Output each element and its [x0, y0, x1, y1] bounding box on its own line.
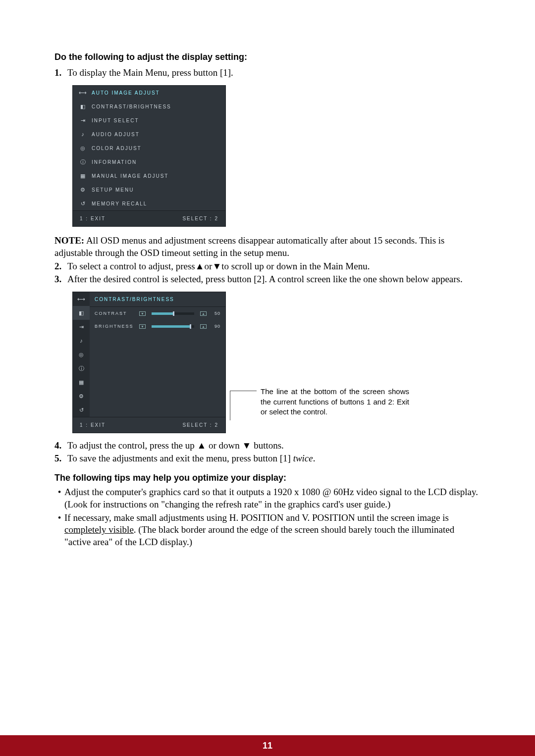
contrast-icon: ◧	[79, 103, 87, 109]
text-underline: completely visible	[64, 524, 134, 535]
section-heading: Do the following to adjust the display s…	[54, 52, 481, 62]
contrast-label: CONTRAST	[95, 311, 135, 316]
osd-contrast-menu: ⟷ ◧ ⇥ ♪ ◎ ⓘ ▦ ⚙ ↺ CONTRAST/BRIGHTNESS CO…	[72, 292, 226, 433]
note-label: NOTE:	[54, 235, 84, 246]
auto-adjust-icon: ⟷	[73, 292, 90, 306]
step-4-num: 4.	[54, 440, 67, 451]
osd-main-menu: ⟷ AUTO IMAGE ADJUST ◧ CONTRAST/BRIGHTNES…	[72, 85, 226, 227]
step-1: 1. To display the Main Menu, press butto…	[54, 67, 481, 78]
step-3: 3. After the desired control is selected…	[54, 274, 481, 285]
osd-item: ⚙ SETUP MENU	[73, 183, 225, 197]
osd-footer: 1 : EXIT SELECT : 2	[73, 417, 225, 433]
step-5-text: To save the adjustments and exit the men…	[67, 453, 481, 464]
auto-adjust-icon: ⟷	[79, 90, 87, 96]
color-icon: ◎	[79, 145, 87, 151]
text-frag: or	[205, 261, 213, 271]
osd-item-label: CONTRAST/BRIGHTNESS	[92, 104, 171, 109]
down-arrow-icon: ▼	[242, 440, 252, 451]
step-3-num: 3.	[54, 274, 67, 285]
page-footer: 11	[0, 735, 535, 756]
brightness-slider	[152, 325, 194, 328]
step-1-text: To display the Main Menu, press button […	[67, 67, 481, 78]
tip-text: If necessary, make small adjustments usi…	[64, 512, 481, 549]
bullet-icon: •	[54, 486, 64, 510]
manual-adjust-icon: ▦	[73, 375, 90, 389]
osd-item-label: AUTO IMAGE ADJUST	[92, 90, 160, 96]
osd-item: ▦ MANUAL IMAGE ADJUST	[73, 169, 225, 183]
step-3-text: After the desired control is selected, p…	[67, 274, 481, 285]
osd-item-label: SETUP MENU	[92, 187, 134, 193]
contrast-slider	[152, 312, 194, 315]
recall-icon: ↺	[79, 201, 87, 206]
tip-item: • Adjust the computer's graphics card so…	[54, 486, 481, 510]
tip-item: • If necessary, make small adjustments u…	[54, 512, 481, 549]
page-number: 11	[263, 741, 272, 751]
step-2: 2. To select a control to adjust, press▲…	[54, 261, 481, 272]
osd-exit-label: 1 : EXIT	[80, 422, 106, 428]
osd-exit-label: 1 : EXIT	[80, 216, 106, 221]
audio-icon: ♪	[79, 131, 87, 137]
step-5: 5. To save the adjustments and exit the …	[54, 453, 481, 464]
step-2-num: 2.	[54, 261, 67, 272]
text-frag: To save the adjustments and exit the men…	[67, 453, 293, 463]
contrast-icon: ◧	[73, 306, 90, 320]
text-frag: or down	[206, 440, 242, 451]
color-icon: ◎	[73, 348, 90, 361]
up-arrow-icon: ▲	[197, 440, 206, 451]
osd-select-label: SELECT : 2	[182, 422, 218, 428]
tips-heading: The following tips may help you optimize…	[54, 473, 481, 483]
info-icon: ⓘ	[79, 159, 87, 165]
osd-item: ⓘ INFORMATION	[73, 155, 225, 169]
osd-item: ⟷ AUTO IMAGE ADJUST	[73, 86, 225, 100]
setup-icon: ⚙	[79, 187, 87, 193]
osd-footer: 1 : EXIT SELECT : 2	[73, 210, 225, 226]
osd-item: ↺ MEMORY RECALL	[73, 197, 225, 210]
brightness-label: BRIGHTNESS	[95, 324, 135, 329]
osd-item: ♪ AUDIO ADJUST	[73, 127, 225, 141]
osd-item-label: COLOR ADJUST	[92, 146, 142, 151]
info-icon: ⓘ	[73, 361, 90, 375]
setup-icon: ⚙	[73, 389, 90, 403]
input-icon: ⇥	[79, 117, 87, 123]
step-4: 4. To adjust the control, press the up ▲…	[54, 440, 481, 451]
input-icon: ⇥	[73, 320, 90, 334]
osd-item: ◎ COLOR ADJUST	[73, 141, 225, 155]
up-arrow-icon: ▲	[200, 311, 207, 316]
bullet-icon: •	[54, 512, 64, 549]
step-2-text: To select a control to adjust, press▲or▼…	[67, 261, 481, 272]
text-frag: to scroll up or down in the Main Menu.	[221, 261, 370, 271]
osd-item-label: MANUAL IMAGE ADJUST	[92, 173, 168, 179]
up-arrow-icon: ▲	[195, 261, 205, 271]
osd-side-icons: ⟷ ◧ ⇥ ♪ ◎ ⓘ ▦ ⚙ ↺	[73, 292, 90, 417]
note-block: NOTE: All OSD menus and adjustment scree…	[54, 235, 481, 259]
up-arrow-icon: ▲	[200, 324, 207, 329]
manual-adjust-icon: ▦	[79, 173, 87, 179]
callout-text: The line at the bottom of the screen sho…	[261, 387, 409, 417]
contrast-value: 50	[211, 311, 220, 316]
audio-icon: ♪	[73, 334, 90, 348]
down-arrow-icon: ▼	[139, 324, 146, 329]
osd-item-label: MEMORY RECALL	[92, 201, 147, 206]
step-4-text: To adjust the control, press the up ▲ or…	[67, 440, 481, 451]
osd-item-label: INPUT SELECT	[92, 118, 139, 123]
text-frag: To adjust the control, press the up	[67, 440, 197, 451]
text-frag: .	[313, 453, 316, 463]
osd-item: ◧ CONTRAST/BRIGHTNESS	[73, 100, 225, 113]
step-1-num: 1.	[54, 67, 67, 78]
text-frag: If necessary, make small adjustments usi…	[64, 512, 449, 523]
contrast-row: CONTRAST ▼ ▲ 50	[90, 307, 225, 320]
osd-item-label: AUDIO ADJUST	[92, 132, 140, 137]
text-frag: buttons.	[251, 440, 283, 451]
osd-item: ⇥ INPUT SELECT	[73, 113, 225, 127]
brightness-row: BRIGHTNESS ▼ ▲ 90	[90, 320, 225, 333]
osd-select-label: SELECT : 2	[182, 216, 218, 221]
text-frag: To select a control to adjust, press	[67, 261, 195, 271]
note-text: All OSD menus and adjustment screens dis…	[54, 235, 445, 258]
tip-text: Adjust the computer's graphics card so t…	[64, 486, 481, 510]
down-arrow-icon: ▼	[212, 261, 221, 271]
brightness-value: 90	[211, 324, 220, 329]
text-emphasis: twice	[293, 453, 313, 463]
osd-item-label: INFORMATION	[92, 159, 137, 165]
osd-submenu-title: CONTRAST/BRIGHTNESS	[90, 292, 225, 307]
recall-icon: ↺	[73, 403, 90, 417]
